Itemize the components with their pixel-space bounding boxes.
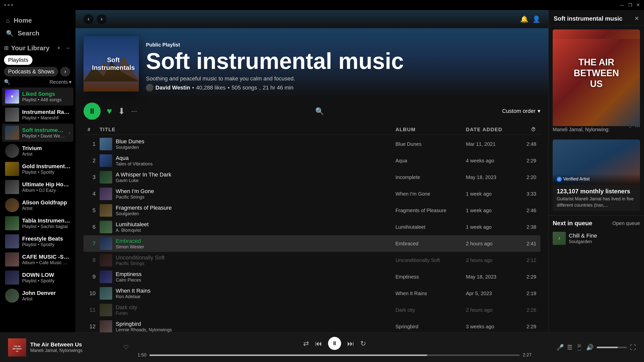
- col-num: #: [88, 127, 100, 132]
- library-add-button[interactable]: +: [56, 44, 61, 52]
- library-item-tabla[interactable]: Tabla Instrumentals Playlist • Sachin ba…: [2, 214, 73, 232]
- repeat-button[interactable]: ↻: [360, 339, 366, 348]
- library-item-alison[interactable]: Alison Goldfrapp Artist: [2, 196, 73, 214]
- next-button[interactable]: ⏭: [347, 339, 354, 348]
- filter-playlists[interactable]: Playlists: [4, 55, 32, 65]
- library-item-hiphop[interactable]: Ultimate Hip Hop Instru... Album • DJ Ea…: [2, 178, 73, 196]
- track-date: May 18, 2023: [466, 274, 516, 280]
- track-thumbnail: [100, 221, 112, 233]
- more-options-button[interactable]: ···: [131, 107, 137, 115]
- cafe-name: CAFE MUSIC -STUDIO...: [22, 254, 70, 260]
- filter-podcasts[interactable]: Podcasts & Shows: [4, 67, 58, 76]
- table-row[interactable]: 11 Dark city Furan Dark city 2 hours ago…: [84, 302, 540, 318]
- fullscreen-button[interactable]: ⛶: [630, 344, 636, 351]
- main-topbar: ‹ › 🔔 👤: [75, 10, 548, 28]
- library-actions: + →: [56, 44, 71, 52]
- cafe-sub: Album • Cafe Music BGM c...: [22, 260, 70, 265]
- verified-badge: ✓ Verified Artist: [557, 176, 636, 182]
- back-button[interactable]: ‹: [84, 14, 94, 24]
- volume-icon-button[interactable]: 🔊: [586, 344, 594, 351]
- play-pause-button[interactable]: ⏸: [328, 337, 341, 350]
- total-time: 2:27: [523, 352, 535, 358]
- queue-item[interactable]: J Chill & Fine Soulgarden: [553, 230, 640, 247]
- table-row[interactable]: 3 A Whisper In The Dark Gavin Luke Incom…: [84, 169, 540, 186]
- table-row[interactable]: 8 Unconditionally Soft Pacific Strings U…: [84, 252, 540, 268]
- queue-view-button[interactable]: ☰: [567, 344, 573, 351]
- shuffle-button[interactable]: ⇄: [303, 339, 309, 348]
- library-item-soft[interactable]: Soft instrumental... Playlist • David We…: [2, 124, 73, 142]
- john-info: John Denver Artist: [22, 290, 70, 302]
- sidebar-item-search[interactable]: 🔍 Search: [4, 27, 71, 40]
- track-search-button[interactable]: 🔍: [315, 107, 324, 115]
- library-recents[interactable]: Recents ▾: [50, 79, 71, 85]
- table-row[interactable]: 4 When I'm Gone Pacific Strings When I'm…: [84, 186, 540, 202]
- table-row[interactable]: 12 Springbird Lennie Rhoads, Nylonwings …: [84, 318, 540, 332]
- mini-heart-button[interactable]: ♡: [123, 344, 129, 351]
- track-name: When I'm Gone: [116, 188, 154, 195]
- table-row[interactable]: 2 Aqua Tales of Vibrations Aqua 4 weeks …: [84, 152, 540, 169]
- play-pause-playlist-button[interactable]: ⏸: [84, 103, 101, 120]
- table-row[interactable]: 7 Embraced Simon Wester Embraced 2 hours…: [84, 235, 540, 252]
- author-avatar: [146, 84, 153, 92]
- right-panel-close-button[interactable]: ✕: [634, 15, 639, 22]
- library-list: ♥ Liked Songs Playlist • 448 songs Instr…: [2, 86, 73, 330]
- svg-text:THE AIR: THE AIR: [14, 345, 21, 347]
- track-list-container[interactable]: # Title Album Date added ⏱ 1 Blue Dunes …: [75, 125, 548, 332]
- filter-expand[interactable]: ›: [60, 67, 70, 76]
- minimize-button[interactable]: —: [620, 2, 624, 8]
- playlist-meta: David Westin • 40,288 likes • 505 songs …: [146, 84, 540, 92]
- track-date: 1 week ago: [466, 208, 516, 213]
- verified-label: Verified Artist: [563, 176, 590, 182]
- trivium-name: Trivium: [22, 145, 70, 152]
- notifications-button[interactable]: 🔔: [520, 15, 528, 23]
- user-button[interactable]: 👤: [532, 15, 540, 23]
- forward-button[interactable]: ›: [97, 14, 107, 24]
- track-thumbnail: [100, 204, 112, 217]
- library-search-button[interactable]: 🔍: [4, 79, 10, 85]
- progress-track[interactable]: [149, 354, 520, 356]
- track-info: Aqua Tales of Vibrations: [116, 155, 153, 167]
- table-row[interactable]: 6 Lumihiutaleet A. Blomqvist Lumihiutale…: [84, 219, 540, 235]
- track-num: 11: [88, 307, 100, 313]
- maximize-button[interactable]: ❐: [628, 2, 632, 8]
- library-item-downlow[interactable]: DOWN LOW Playlist • Spotify: [2, 268, 73, 287]
- soft-sub: Playlist • David Westin: [22, 133, 65, 139]
- library-item-rap[interactable]: Instrumental Rap Songs Playlist • Manesh…: [2, 106, 73, 124]
- track-name: Springbird: [116, 321, 172, 327]
- library-search-sort: 🔍 Recents ▾: [2, 77, 73, 86]
- volume-track[interactable]: [597, 347, 627, 348]
- previous-button[interactable]: ⏮: [315, 339, 322, 348]
- table-row[interactable]: 9 Emptiness Calm Pieces Emptiness May 18…: [84, 268, 540, 285]
- track-artist: Pacific Strings: [116, 195, 154, 200]
- tabla-thumb: [5, 216, 19, 230]
- library-expand-button[interactable]: →: [64, 44, 71, 52]
- download-playlist-button[interactable]: ⬇: [118, 106, 125, 116]
- sidebar-item-home[interactable]: ⌂ Home: [4, 14, 71, 27]
- alison-thumb: [5, 198, 19, 212]
- library-item-gold[interactable]: Gold Instrumental Beats Playlist • Spoti…: [2, 160, 73, 178]
- close-button[interactable]: ✕: [636, 2, 640, 8]
- library-item-john[interactable]: John Denver Artist: [2, 287, 73, 305]
- track-info: Dark city Furan: [116, 304, 137, 316]
- library-item-liked[interactable]: ♥ Liked Songs Playlist • 448 songs: [2, 87, 73, 106]
- lyrics-button[interactable]: 🎤: [556, 344, 564, 351]
- soft-info: Soft instrumental... Playlist • David We…: [22, 127, 65, 139]
- library-item-cafe[interactable]: CAFE MUSIC -STUDIO... Album • Cafe Music…: [2, 250, 73, 268]
- table-row[interactable]: 1 Blue Dunes Soulgarden Blue Dunes Mar 1…: [84, 136, 540, 152]
- table-row[interactable]: 10 When It Rains Ron Adelaar When It Rai…: [84, 285, 540, 302]
- open-queue-button[interactable]: Open queue: [612, 220, 640, 226]
- like-playlist-button[interactable]: ♥: [107, 106, 112, 116]
- track-num: 7: [88, 240, 100, 247]
- track-name: Dark city: [116, 304, 137, 311]
- table-row[interactable]: 5 Fragments of Pleasure Soulgarden Fragm…: [84, 202, 540, 219]
- track-duration: 2:46: [516, 208, 536, 213]
- track-title-cell: Embraced Simon Wester: [100, 237, 395, 250]
- now-playing-indicator: ♪: [68, 130, 70, 135]
- track-info: Springbird Lennie Rhoads, Nylonwings: [116, 321, 172, 333]
- sort-order-button[interactable]: Custom order ▾: [502, 108, 540, 114]
- devices-button[interactable]: 📱: [576, 344, 583, 351]
- library-item-freestyle[interactable]: Freestyle Beats Playlist • Spotify: [2, 232, 73, 250]
- library-item-trivium[interactable]: Trivium Artist: [2, 142, 73, 160]
- track-artist: Ron Adelaar: [116, 294, 150, 299]
- track-artist: Tales of Vibrations: [116, 161, 153, 167]
